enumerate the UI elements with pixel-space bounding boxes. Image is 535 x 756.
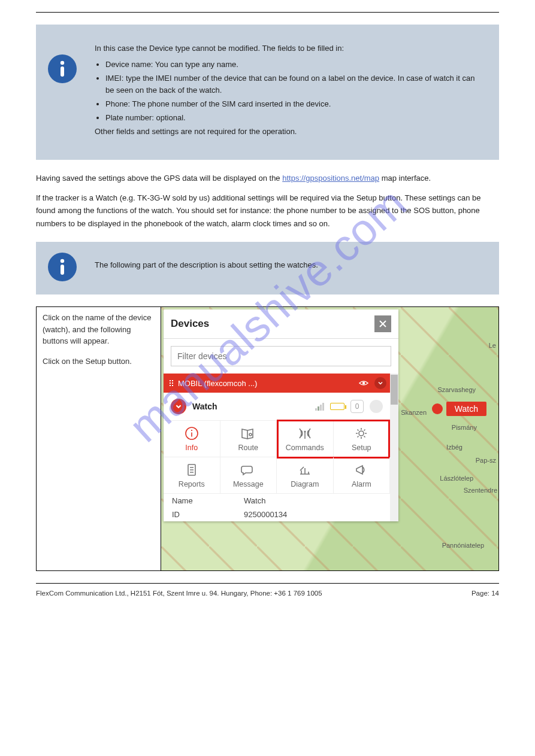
drag-handle-icon[interactable] <box>170 380 173 386</box>
chat-icon <box>240 462 256 478</box>
route-label: Route <box>238 444 258 452</box>
svg-point-10 <box>304 431 306 433</box>
pin-label: Watch <box>446 402 486 416</box>
body-p1-prefix: Having saved the settings above the GPS … <box>36 174 282 183</box>
instruction-table: Click on the name of the device (watch),… <box>36 306 499 571</box>
map-label: Szentendre <box>464 487 497 494</box>
svg-rect-2 <box>61 66 64 77</box>
devices-title: Devices <box>171 318 374 330</box>
info1-item: Device name: You can type any name. <box>105 59 481 71</box>
collapse-device-button[interactable] <box>171 399 186 414</box>
divider-bottom <box>36 583 499 584</box>
info-button[interactable]: Info <box>164 421 220 457</box>
commands-label: Commands <box>286 444 324 452</box>
visibility-icon[interactable] <box>358 377 370 389</box>
divider-top <box>36 12 499 13</box>
svg-point-9 <box>249 433 252 436</box>
info1-item: IMEI: type the IMEI number of the device… <box>105 72 481 98</box>
close-icon <box>379 320 387 328</box>
filter-row <box>164 339 398 374</box>
diagram-button[interactable]: Diagram <box>277 457 334 494</box>
map-label: Skanzen <box>401 409 427 416</box>
devices-panel-header: Devices <box>164 309 398 339</box>
svg-point-8 <box>191 430 192 431</box>
instr-p1: Click on the name of the device (watch),… <box>43 312 155 347</box>
svg-point-4 <box>61 259 64 263</box>
info1-outro: Other fields and settings are not requir… <box>95 126 481 138</box>
chart-icon <box>297 462 313 478</box>
map-label: Pannóniatelep <box>442 542 484 549</box>
setup-label: Setup <box>352 444 371 452</box>
scrollbar[interactable] <box>390 374 398 521</box>
info1-list: Device name: You can type any name. IMEI… <box>95 59 481 125</box>
page-footer: FlexCom Communication Ltd., H2151 Fót, S… <box>36 590 499 597</box>
route-button[interactable]: Route <box>220 421 277 457</box>
svg-point-6 <box>362 382 365 385</box>
map-label: Izbég <box>446 444 463 451</box>
info-icon <box>183 426 200 441</box>
device-actions-row-2: Reports Message Diagram <box>164 457 390 494</box>
devices-scroll: MOBIL (flexcomcoh ...) <box>164 374 398 521</box>
group-title: MOBIL (flexcomcoh ...) <box>178 379 353 388</box>
info1-item: Phone: The phone number of the SIM card … <box>105 98 481 111</box>
scroll-thumb[interactable] <box>391 375 398 405</box>
status-icon <box>370 400 383 413</box>
filter-devices-input[interactable] <box>171 346 391 366</box>
info-callout-2: The following part of the description is… <box>36 242 499 294</box>
battery-icon <box>330 403 344 410</box>
map-label: Lászlótelep <box>440 475 473 482</box>
footer-page: Page: 14 <box>471 590 499 597</box>
info-content-1: In this case the Device type cannot be m… <box>95 42 481 142</box>
info-icon <box>48 253 77 284</box>
route-icon <box>240 426 256 441</box>
close-button[interactable] <box>374 315 391 332</box>
alarm-button[interactable]: Alarm <box>334 457 391 494</box>
info-key-id: ID <box>172 510 244 519</box>
reports-label: Reports <box>179 480 205 488</box>
instr-p2: Click on the Setup button. <box>43 356 155 368</box>
map-link[interactable]: https://gpspositions.net/map <box>282 174 379 183</box>
body-p2: If the tracker is a Watch (e.g. TK-3G-W … <box>36 192 499 230</box>
info2-text: The following part of the description is… <box>95 259 318 272</box>
device-info-table: Name Watch ID 9250000134 <box>164 494 390 521</box>
devices-panel: Devices MOBIL (flexcomcoh ...) <box>164 309 398 521</box>
megaphone-icon <box>353 462 370 478</box>
info-icon <box>48 54 77 86</box>
info1-intro: In this case the Device type cannot be m… <box>95 42 481 55</box>
info-callout-1: In this case the Device type cannot be m… <box>36 25 499 160</box>
svg-rect-5 <box>61 265 64 275</box>
svg-point-1 <box>61 61 64 65</box>
info-content-2: The following part of the description is… <box>95 253 481 281</box>
reports-button[interactable]: Reports <box>164 457 220 494</box>
pin-dot-icon <box>432 403 443 414</box>
map-pin-watch[interactable]: Watch <box>432 402 486 416</box>
info1-item: Plate number: optional. <box>105 112 481 125</box>
alarm-label: Alarm <box>352 480 371 488</box>
info-label: Info <box>185 444 198 452</box>
body-p1-suffix: map interface. <box>382 174 431 183</box>
info-val-name: Watch <box>244 496 265 505</box>
device-name-label: Watch <box>192 402 309 411</box>
device-actions-row-1: Info Route Commands <box>164 421 390 457</box>
setup-button[interactable]: Setup <box>334 421 391 457</box>
message-label: Message <box>233 480 264 488</box>
message-button[interactable]: Message <box>220 457 277 494</box>
expand-group-button[interactable] <box>374 377 386 389</box>
alert-count-badge: 0 <box>350 400 364 413</box>
map-label: Le <box>489 342 496 349</box>
info-val-id: 9250000134 <box>244 510 287 519</box>
commands-button[interactable]: Commands <box>277 421 334 457</box>
signal-icon <box>315 403 324 411</box>
table-row: Name Watch <box>164 494 390 508</box>
body-section: Having saved the settings above the GPS … <box>36 172 499 230</box>
chevron-down-icon <box>175 403 182 410</box>
body-p1: Having saved the settings above the GPS … <box>36 172 499 184</box>
antenna-icon <box>297 426 313 441</box>
document-icon <box>183 462 200 478</box>
instruction-text-cell: Click on the name of the device (watch),… <box>37 307 161 570</box>
device-group-header[interactable]: MOBIL (flexcomcoh ...) <box>164 374 390 393</box>
gear-icon <box>353 426 370 441</box>
map-label: Szarvashegy <box>437 386 476 393</box>
device-row-watch[interactable]: Watch 0 <box>164 393 390 421</box>
screenshot-cell: Szarvashegy Skanzen Pismány Izbég Pap-sz… <box>161 307 498 570</box>
